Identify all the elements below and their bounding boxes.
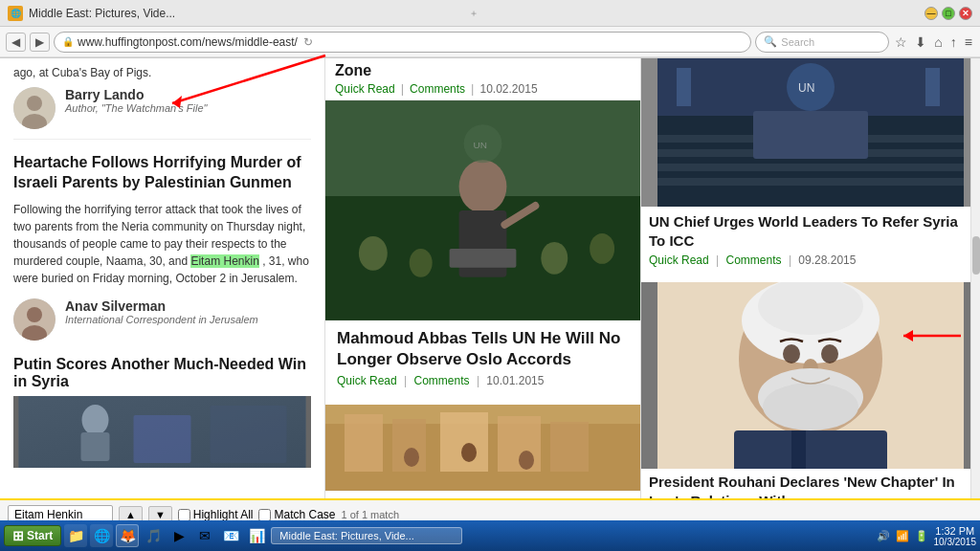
taskbar-battery-icon[interactable]: 🔋 xyxy=(915,530,928,542)
rouhani-headline[interactable]: President Rouhani Declares 'New Chapter'… xyxy=(649,473,972,498)
taskbar-icon-mail[interactable]: ✉ xyxy=(193,524,216,547)
settings-icon[interactable]: ≡ xyxy=(963,33,974,52)
author-name-1[interactable]: Barry Lando xyxy=(65,87,208,102)
svg-point-17 xyxy=(459,160,507,213)
taskbar-right: 🔊 📶 🔋 1:32 PM 10/3/2015 xyxy=(877,525,977,547)
reload-button[interactable]: ↻ xyxy=(303,35,313,49)
zone-label: Zone xyxy=(335,62,371,78)
svg-rect-57 xyxy=(734,430,887,469)
abbas-meta: Quick Read | Comments | 10.01.2015 xyxy=(337,374,629,387)
taskbar-icon-music[interactable]: 🎵 xyxy=(142,524,165,547)
quick-read-link-1[interactable]: Quick Read xyxy=(337,374,397,387)
svg-text:UN: UN xyxy=(798,81,814,95)
svg-rect-42 xyxy=(657,178,964,186)
author-block-2: Anav Silverman International Corresponde… xyxy=(13,298,311,341)
svg-rect-31 xyxy=(440,412,488,472)
svg-point-21 xyxy=(359,236,388,271)
svg-rect-33 xyxy=(550,422,589,472)
search-bar-container[interactable]: 🔍 Search xyxy=(755,32,889,53)
taskbar-date-text: 10/3/2015 xyxy=(934,537,977,547)
svg-rect-43 xyxy=(753,111,868,159)
new-tab-icon[interactable]: ＋ xyxy=(469,7,479,20)
zone-comments-link[interactable]: Comments xyxy=(410,82,465,96)
taskbar-icon-ie[interactable]: 🌐 xyxy=(90,524,113,547)
svg-point-56 xyxy=(763,383,858,430)
svg-rect-29 xyxy=(345,414,383,472)
svg-point-10 xyxy=(82,405,109,435)
taskbar-icon-firefox[interactable]: 🦊 xyxy=(116,524,139,547)
svg-rect-12 xyxy=(134,415,191,463)
author-title-1: Author, "The Watchman's File" xyxy=(65,102,208,114)
un-headline[interactable]: UN Chief Urges World Leaders To Refer Sy… xyxy=(649,212,972,250)
svg-rect-58 xyxy=(791,430,806,469)
abbas-image: UN xyxy=(325,100,640,320)
active-window-button[interactable]: Middle East: Pictures, Vide... xyxy=(271,527,462,544)
un-meta: Quick Read | Comments | 09.28.2015 xyxy=(649,253,972,267)
zone-sep-1: | xyxy=(401,81,404,96)
taskbar-network-icon[interactable]: 📶 xyxy=(896,530,909,542)
highlight-all-checkbox[interactable]: Highlight All xyxy=(178,508,254,521)
refresh-icon[interactable]: ↑ xyxy=(948,33,959,52)
taskbar-icon-app1[interactable]: 📧 xyxy=(219,524,242,547)
svg-point-34 xyxy=(404,448,419,467)
start-button[interactable]: ⊞ Start xyxy=(4,525,61,546)
author-info-2: Anav Silverman International Corresponde… xyxy=(65,298,258,325)
match-case-input[interactable] xyxy=(258,509,271,521)
taskbar-icon-video[interactable]: ▶ xyxy=(167,524,190,547)
match-case-checkbox[interactable]: Match Case xyxy=(258,508,335,521)
forward-button[interactable]: ▶ xyxy=(30,33,50,52)
taskbar-icon-app2[interactable]: 📊 xyxy=(245,524,268,547)
un-quick-read-link[interactable]: Quick Read xyxy=(649,253,709,267)
comments-link-1[interactable]: Comments xyxy=(414,374,470,387)
svg-rect-11 xyxy=(81,432,110,461)
taskbar-volume-icon[interactable]: 🔊 xyxy=(877,530,890,542)
article-body-1: Following the horrifying terror attack t… xyxy=(13,201,311,287)
svg-point-53 xyxy=(821,344,838,364)
rouhani-image xyxy=(641,282,980,469)
un-comments-link[interactable]: Comments xyxy=(726,253,782,267)
middle-column: Zone Quick Read | Comments | 10.02.2015 xyxy=(325,58,641,498)
minimize-button[interactable]: — xyxy=(924,7,938,20)
svg-rect-19 xyxy=(450,249,517,268)
un-sep-2: | xyxy=(789,253,791,267)
taskbar-time-text: 1:32 PM xyxy=(934,525,977,537)
un-sep-1: | xyxy=(716,253,719,267)
svg-point-22 xyxy=(410,249,433,277)
search-icon: 🔍 xyxy=(764,35,777,48)
active-window-label: Middle East: Pictures, Vide... xyxy=(279,530,454,541)
svg-text:UN: UN xyxy=(474,140,487,150)
un-date: 09.28.2015 xyxy=(798,253,856,267)
svg-rect-47 xyxy=(925,68,940,106)
taskbar-icon-folder[interactable]: 📁 xyxy=(64,524,87,547)
zone-quick-read-link[interactable]: Quick Read xyxy=(335,82,395,96)
home-icon[interactable]: ⌂ xyxy=(932,33,944,52)
author-name-2[interactable]: Anav Silverman xyxy=(65,298,258,314)
lock-icon: 🔒 xyxy=(62,36,74,47)
author-title-2: International Correspondent in Jerusalem xyxy=(65,314,258,325)
svg-point-3 xyxy=(27,96,42,111)
article-date-1: 10.01.2015 xyxy=(486,374,544,387)
zone-sep-2: | xyxy=(471,81,474,96)
zone-article-header: Zone Quick Read | Comments | 10.02.2015 xyxy=(325,58,640,100)
svg-point-23 xyxy=(541,242,568,275)
svg-rect-46 xyxy=(677,68,691,106)
maximize-button[interactable]: □ xyxy=(942,7,955,20)
article-title-2[interactable]: Putin Scores Another Much-Needed Win in … xyxy=(13,356,311,390)
download-icon[interactable]: ⬇ xyxy=(913,33,928,52)
match-case-label: Match Case xyxy=(274,508,335,521)
abbas-headline[interactable]: Mahmoud Abbas Tells UN He Will No Longer… xyxy=(337,328,629,370)
svg-point-6 xyxy=(27,307,42,322)
highlight-all-input[interactable] xyxy=(178,509,190,521)
taskbar-clock[interactable]: 1:32 PM 10/3/2015 xyxy=(934,525,977,547)
author-info-1: Barry Lando Author, "The Watchman's File… xyxy=(65,87,208,114)
putin-article-image xyxy=(13,396,311,468)
bookmark-icon[interactable]: ☆ xyxy=(893,33,909,52)
un-article: UN Chief Urges World Leaders To Refer Sy… xyxy=(641,207,980,282)
back-button[interactable]: ◀ xyxy=(6,33,26,52)
vertical-scrollbar[interactable] xyxy=(970,58,980,498)
article-title-1[interactable]: Heartache Follows Horrifying Murder of I… xyxy=(13,153,311,193)
close-button[interactable]: ✕ xyxy=(959,7,972,20)
scrollbar-thumb[interactable] xyxy=(972,236,980,275)
svg-rect-41 xyxy=(657,164,964,171)
address-bar[interactable]: 🔒 www.huffingtonpost.com/news/middle-eas… xyxy=(54,32,751,53)
